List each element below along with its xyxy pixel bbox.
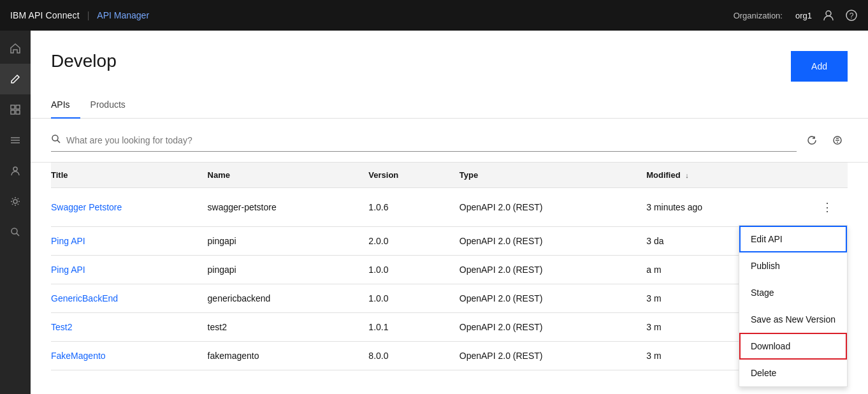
svg-text:?: ? xyxy=(850,11,854,20)
cell-name-2: pingapi xyxy=(198,256,359,284)
sidebar-search-icon[interactable] xyxy=(0,217,31,247)
cell-type-2: OpenAPI 2.0 (REST) xyxy=(449,256,636,284)
cell-version-4: 1.0.1 xyxy=(358,313,449,342)
nav-divider: | xyxy=(87,10,90,20)
cell-title-0: Swagger Petstore xyxy=(51,188,198,227)
menu-item-delete[interactable]: Delete xyxy=(739,360,847,386)
tabs-container: APIs Products xyxy=(31,92,868,119)
cell-version-1: 2.0.0 xyxy=(358,227,449,256)
menu-item-stage[interactable]: Stage xyxy=(739,279,847,306)
svg-rect-6 xyxy=(16,110,20,114)
cell-title-1: Ping API xyxy=(51,227,198,256)
sidebar-settings-icon[interactable] xyxy=(0,186,31,217)
cell-version-5: 8.0.0 xyxy=(358,342,449,370)
svg-line-15 xyxy=(57,140,60,143)
overflow-menu-button[interactable]: ⋮ xyxy=(817,197,837,217)
cell-type-1: OpenAPI 2.0 (REST) xyxy=(449,227,636,256)
cell-type-3: OpenAPI 2.0 (REST) xyxy=(449,284,636,313)
cell-modified-0: 3 minutes ago xyxy=(636,188,774,227)
table-row: FakeMagento fakemagento 8.0.0 OpenAPI 2.… xyxy=(51,342,848,370)
svg-point-12 xyxy=(11,228,17,234)
api-manager-link[interactable]: API Manager xyxy=(97,10,149,20)
sidebar-grid-icon[interactable] xyxy=(0,94,31,125)
search-actions xyxy=(802,130,848,150)
settings-filter-button[interactable] xyxy=(827,130,848,150)
table-header-row: Title Name Version Type Modified ↓ xyxy=(51,163,848,188)
cell-type-4: OpenAPI 2.0 (REST) xyxy=(449,313,636,342)
table-body: Swagger Petstore swagger-petstore 1.0.6 … xyxy=(51,188,848,370)
cell-title-2: Ping API xyxy=(51,256,198,284)
cell-name-5: fakemagento xyxy=(198,342,359,370)
col-modified[interactable]: Modified ↓ xyxy=(636,163,774,188)
svg-line-13 xyxy=(17,233,19,236)
cell-type-0: OpenAPI 2.0 (REST) xyxy=(449,188,636,227)
menu-item-save-new-version[interactable]: Save as New Version xyxy=(739,306,847,333)
menu-item-publish[interactable]: Publish xyxy=(739,252,847,279)
brand-label: IBM API Connect xyxy=(10,10,80,20)
menu-item-download[interactable]: Download xyxy=(739,333,847,360)
sidebar-edit-icon[interactable] xyxy=(0,64,31,94)
sidebar xyxy=(0,31,31,394)
refresh-button[interactable] xyxy=(802,130,822,150)
context-menu: Edit API Publish Stage Save as New Versi… xyxy=(739,225,848,387)
menu-item-edit-api[interactable]: Edit API xyxy=(739,226,847,252)
top-nav: IBM API Connect | API Manager Organizati… xyxy=(0,0,868,31)
search-bar xyxy=(51,129,797,152)
page-title: Develop xyxy=(51,51,117,71)
cell-title-3: GenericBackEnd xyxy=(51,284,198,313)
cell-version-2: 1.0.0 xyxy=(358,256,449,284)
tab-apis[interactable]: APIs xyxy=(51,92,80,119)
cell-title-5: FakeMagento xyxy=(51,342,198,370)
add-button[interactable]: Add xyxy=(791,51,848,82)
sidebar-people-icon[interactable] xyxy=(0,156,31,186)
svg-point-0 xyxy=(826,11,831,16)
table-row: Test2 test2 1.0.1 OpenAPI 2.0 (REST) 3 m xyxy=(51,313,848,342)
sidebar-home-icon[interactable] xyxy=(0,33,31,64)
col-title: Title xyxy=(51,163,198,188)
org-label: Organization: xyxy=(734,11,783,20)
cell-name-0: swagger-petstore xyxy=(198,188,359,227)
page-header: Develop Add xyxy=(31,31,868,82)
sidebar-list-icon[interactable] xyxy=(0,125,31,156)
table-row: Swagger Petstore swagger-petstore 1.0.6 … xyxy=(51,188,848,227)
table-row: GenericBackEnd genericbackend 1.0.0 Open… xyxy=(51,284,848,313)
table-row: Ping API pingapi 2.0.0 OpenAPI 2.0 (REST… xyxy=(51,227,848,256)
user-icon[interactable] xyxy=(822,9,835,22)
nav-right: Organization: org1 ? xyxy=(734,9,858,22)
search-icon xyxy=(51,134,61,146)
help-icon[interactable]: ? xyxy=(845,9,858,22)
sort-icon: ↓ xyxy=(685,171,689,179)
col-version: Version xyxy=(358,163,449,188)
svg-rect-3 xyxy=(11,105,15,109)
table-row: Ping API pingapi 1.0.0 OpenAPI 2.0 (REST… xyxy=(51,256,848,284)
svg-rect-5 xyxy=(11,110,15,114)
main-content: Develop Add APIs Products xyxy=(31,31,868,394)
cell-version-0: 1.0.6 xyxy=(358,188,449,227)
cell-type-5: OpenAPI 2.0 (REST) xyxy=(449,342,636,370)
cell-name-3: genericbackend xyxy=(198,284,359,313)
search-input[interactable] xyxy=(66,135,797,145)
org-name: org1 xyxy=(795,11,812,20)
svg-point-14 xyxy=(52,135,58,141)
col-name: Name xyxy=(198,163,359,188)
svg-rect-4 xyxy=(16,105,20,109)
api-table: Title Name Version Type Modified ↓ Swagg… xyxy=(51,163,848,370)
search-bar-container xyxy=(31,119,868,163)
cell-version-3: 1.0.0 xyxy=(358,284,449,313)
svg-point-10 xyxy=(13,167,17,171)
col-type: Type xyxy=(449,163,636,188)
cell-actions-0: ⋮ xyxy=(774,188,848,227)
cell-title-4: Test2 xyxy=(51,313,198,342)
svg-point-11 xyxy=(13,200,17,203)
cell-name-1: pingapi xyxy=(198,227,359,256)
col-actions xyxy=(774,163,848,188)
cell-name-4: test2 xyxy=(198,313,359,342)
tab-products[interactable]: Products xyxy=(80,92,136,119)
